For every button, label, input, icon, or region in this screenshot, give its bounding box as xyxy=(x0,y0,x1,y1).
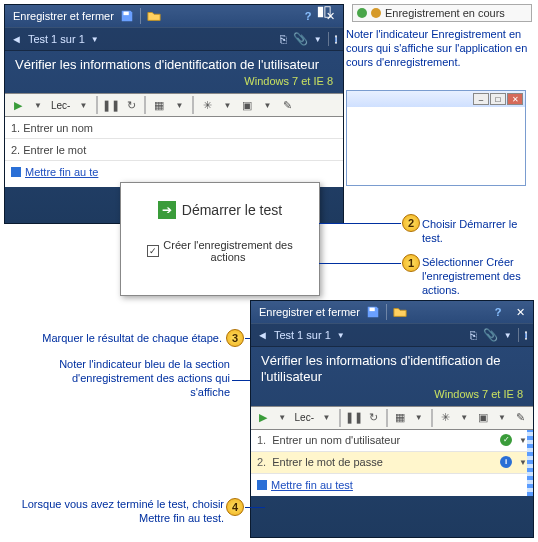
redo-icon[interactable]: ↻ xyxy=(365,409,382,427)
bug-dropdown[interactable]: ▼ xyxy=(456,409,473,427)
connector xyxy=(319,263,401,264)
end-test-label: Mettre fin au test xyxy=(271,479,353,491)
prev-icon[interactable]: ◄ xyxy=(257,329,268,341)
layout-icon[interactable] xyxy=(315,4,333,20)
separator xyxy=(328,32,329,46)
note-icon[interactable]: ✎ xyxy=(278,96,296,114)
save-close-label[interactable]: Enregistrer et fermer xyxy=(259,306,360,318)
step-row[interactable]: 2. Entrer le mot de passe i ▼ xyxy=(251,452,533,474)
info-icon[interactable]: i xyxy=(525,328,527,342)
next-icon[interactable]: ▼ xyxy=(91,35,99,44)
start-test-label: Démarrer le test xyxy=(182,202,282,218)
folder-icon[interactable] xyxy=(145,8,163,24)
chevron-down-icon[interactable]: ▼ xyxy=(314,35,322,44)
titlebar: Enregistrer et fermer ? ✕ xyxy=(5,5,343,27)
help-icon[interactable]: ? xyxy=(489,304,507,320)
step-number: 2. xyxy=(257,456,266,468)
lec-dropdown[interactable]: ▼ xyxy=(74,96,92,114)
callout-1: Sélectionner Créer l'enregistrement des … xyxy=(422,256,536,297)
bug-icon[interactable]: ✳ xyxy=(437,409,454,427)
callout-4: Lorsque vous avez terminé le test, chois… xyxy=(20,498,224,526)
attach-icon[interactable]: 📎 xyxy=(483,328,498,342)
lec-dropdown[interactable]: ▼ xyxy=(318,409,335,427)
environment-label: Windows 7 et IE 8 xyxy=(261,388,523,400)
step-text: 2. Entrer le mot xyxy=(11,144,337,156)
camera-icon[interactable]: ▣ xyxy=(475,409,492,427)
end-test-link[interactable]: Mettre fin au test xyxy=(251,474,533,496)
separator xyxy=(518,328,519,342)
svg-rect-3 xyxy=(325,7,330,18)
disk-icon[interactable] xyxy=(364,304,382,320)
grid-icon[interactable]: ▦ xyxy=(392,409,409,427)
toolbar: ▶ ▼ Lec- ▼ ❚❚ ↻ ▦ ▼ ✳ ▼ ▣ ▼ ✎ xyxy=(5,93,343,117)
step-row[interactable]: 2. Entrer le mot xyxy=(5,139,343,161)
step-row[interactable]: 1. Entrer un nom d'utilisateur ✓ ▼ xyxy=(251,430,533,452)
toolbar: ▶ ▼ Lec- ▼ ❚❚ ↻ ▦ ▼ ✳ ▼ ▣ ▼ ✎ xyxy=(251,406,533,430)
grid-icon[interactable]: ▦ xyxy=(150,96,168,114)
test-runner-panel-2: Enregistrer et fermer ? ✕ ◄ Test 1 sur 1… xyxy=(250,300,534,538)
callout-bubble-4: 4 xyxy=(226,498,244,516)
next-icon[interactable]: ▼ xyxy=(337,331,345,340)
pass-icon[interactable]: ✓ xyxy=(499,433,513,447)
test-nav-bar: ◄ Test 1 sur 1 ▼ ⎘ 📎 ▼ i xyxy=(5,27,343,51)
lec-label: Lec- xyxy=(293,412,316,423)
recording-indicator-bar xyxy=(527,430,533,496)
pause-icon[interactable]: ❚❚ xyxy=(345,409,363,427)
callout-recording: Noter l'indicateur Enregistrement en cou… xyxy=(346,28,532,69)
play-icon[interactable]: ▶ xyxy=(255,409,272,427)
test-nav-bar: ◄ Test 1 sur 1 ▼ ⎘ 📎 ▼ i xyxy=(251,323,533,347)
separator xyxy=(386,304,387,320)
camera-dropdown[interactable]: ▼ xyxy=(493,409,510,427)
camera-icon[interactable]: ▣ xyxy=(238,96,256,114)
checkbox-icon: ✓ xyxy=(147,245,159,257)
record-icon xyxy=(371,8,381,18)
grid-dropdown[interactable]: ▼ xyxy=(410,409,427,427)
titlebar: Enregistrer et fermer ? ✕ xyxy=(251,301,533,323)
play-dropdown[interactable]: ▼ xyxy=(274,409,291,427)
callout-3: Marquer le résultat de chaque étape. xyxy=(4,332,222,346)
callout-blue-indicator: Noter l'indicateur bleu de la section d'… xyxy=(50,358,230,399)
play-dropdown[interactable]: ▼ xyxy=(29,96,47,114)
save-close-label[interactable]: Enregistrer et fermer xyxy=(13,10,114,22)
step-row[interactable]: 1. Entrer un nom xyxy=(5,117,343,139)
pause-icon[interactable]: ❚❚ xyxy=(102,96,120,114)
start-test-button[interactable]: ➔ Démarrer le test xyxy=(121,201,319,219)
close-icon[interactable]: ✕ xyxy=(507,93,523,105)
callout-bubble-2: 2 xyxy=(402,214,420,232)
maximize-icon[interactable]: □ xyxy=(490,93,506,105)
environment-label: Windows 7 et IE 8 xyxy=(15,75,333,87)
step-number: 1. xyxy=(257,434,266,446)
end-test-link[interactable]: Mettre fin au te xyxy=(5,161,343,183)
close-icon[interactable]: ✕ xyxy=(511,304,529,320)
create-recording-checkbox[interactable]: ✓ Créer l'enregistrement des actions xyxy=(121,239,319,263)
attach-icon[interactable]: 📎 xyxy=(293,32,308,46)
window-titlebar: – □ ✕ xyxy=(347,91,525,107)
start-test-popup: ➔ Démarrer le test ✓ Créer l'enregistrem… xyxy=(120,182,320,296)
folder-icon[interactable] xyxy=(391,304,409,320)
bug-dropdown[interactable]: ▼ xyxy=(218,96,236,114)
disk-icon[interactable] xyxy=(118,8,136,24)
bug-icon[interactable]: ✳ xyxy=(198,96,216,114)
status-dropdown[interactable]: ▼ xyxy=(519,458,527,467)
status-dropdown[interactable]: ▼ xyxy=(519,436,527,445)
test-counter: Test 1 sur 1 xyxy=(274,329,331,341)
chevron-down-icon[interactable]: ▼ xyxy=(504,331,512,340)
end-test-label: Mettre fin au te xyxy=(25,166,98,178)
separator xyxy=(192,96,194,114)
separator xyxy=(144,96,146,114)
play-icon[interactable]: ▶ xyxy=(9,96,27,114)
pin-icon[interactable]: ⎘ xyxy=(470,329,477,341)
test-header: Vérifier les informations d'identificati… xyxy=(251,347,533,406)
camera-dropdown[interactable]: ▼ xyxy=(258,96,276,114)
step-text: Entrer le mot de passe xyxy=(272,456,493,468)
redo-icon[interactable]: ↻ xyxy=(122,96,140,114)
minimize-icon[interactable]: – xyxy=(473,93,489,105)
separator xyxy=(96,96,98,114)
stop-icon xyxy=(257,480,267,490)
prev-icon[interactable]: ◄ xyxy=(11,33,22,45)
note-icon[interactable]: ✎ xyxy=(512,409,529,427)
grid-dropdown[interactable]: ▼ xyxy=(170,96,188,114)
pin-icon[interactable]: ⎘ xyxy=(280,33,287,45)
info-icon[interactable]: i xyxy=(335,32,337,46)
active-icon[interactable]: i xyxy=(499,455,513,469)
